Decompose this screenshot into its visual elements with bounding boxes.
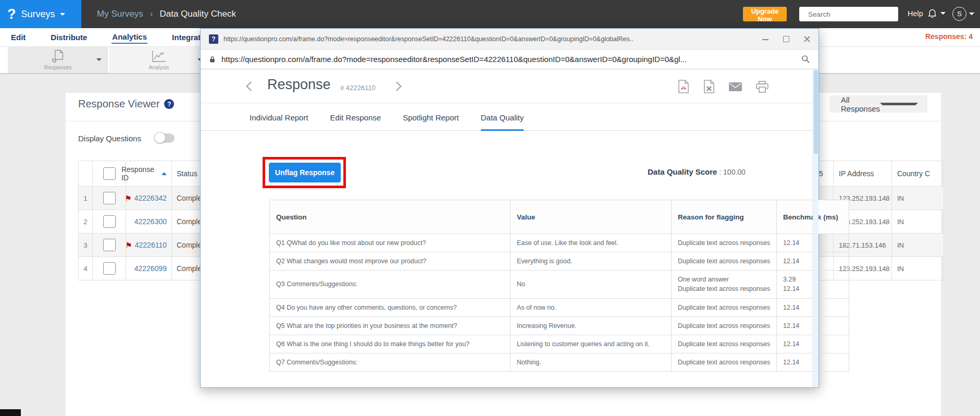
tab-edit[interactable]: Edit [10,31,26,43]
export-pdf-icon[interactable] [678,80,689,93]
chevron-down-icon [940,12,946,15]
dq-header-reason: Reason for flagging [672,200,777,234]
tab-distribute[interactable]: Distribute [50,31,88,43]
print-icon[interactable] [756,81,768,93]
country-cell: IN [892,257,944,280]
dq-reasons: Duplicate text across responses [672,316,777,335]
help-link[interactable]: Help [908,9,923,18]
close-icon[interactable] [804,36,810,42]
country-cell: IN [892,234,944,257]
window-title-url: https://questionpro.com/a/frame.do?mode=… [224,35,752,43]
search-input[interactable] [807,10,901,19]
flag-icon: ⚑ [125,241,132,249]
dq-question: Q3 Comments/Suggestions: [270,271,511,298]
tab-data-quality[interactable]: Data Quality [481,113,524,131]
toolbar-analysis-label: Analysis [148,64,169,70]
row-checkbox-cell [93,187,126,210]
window-titlebar[interactable]: ? https://questionpro.com/a/frame.do?mod… [201,29,818,50]
response-id-link[interactable]: 42226300 [134,217,167,226]
scrollbar-thumb[interactable] [814,70,818,154]
row-checkbox[interactable] [103,215,116,228]
chevron-down-icon [60,13,65,16]
header-status-label: Status [177,169,197,178]
global-search[interactable] [799,7,898,21]
dq-reason-line: Duplicate text across responses [678,256,770,266]
help-tooltip-icon[interactable]: ? [164,99,174,109]
response-tabs: Individual Report Edit Response Spotligh… [201,103,818,131]
response-title: Response [267,77,331,93]
toolbar-analysis[interactable]: Analysis [109,47,209,73]
dq-row: Q6 What is the one thing I should do to … [270,335,849,353]
dq-row: Q4 Do you have any other comments, quest… [270,298,849,316]
next-response-icon[interactable] [392,81,401,91]
header-row-number [78,161,93,187]
questionpro-favicon-icon: ? [209,34,218,44]
dq-reasons: Duplicate text across responses [672,298,777,316]
chevron-down-icon[interactable] [96,58,102,61]
dq-question: Q5 What are the top priorities in your b… [270,316,511,335]
analysis-icon [151,50,167,63]
row-checkbox-cell [93,234,126,257]
dq-row: Q2 What changes would most improve our p… [270,252,849,271]
dq-header-value: Value [511,200,672,234]
response-id-link[interactable]: 42226099 [134,264,167,273]
email-icon[interactable] [729,82,742,91]
row-number: 2 [78,210,93,234]
tab-analytics[interactable]: Analytics [111,31,147,44]
notifications-menu[interactable] [927,8,946,19]
dq-question: Q1 QWhat do you like most about our new … [270,234,511,252]
row-checkbox[interactable] [103,239,116,251]
display-questions-toggle[interactable] [155,133,175,143]
surveys-product-menu[interactable]: ? Surveys [0,0,81,28]
dq-value: Listening to customer queries and acting… [511,335,672,353]
minimize-icon[interactable] [762,36,768,42]
dq-reasons: Duplicate text across responses [672,353,777,371]
response-id-link[interactable]: 42226342 [134,194,167,202]
breadcrumb-separator-icon: › [150,9,153,19]
zoom-icon[interactable] [801,55,810,64]
response-id-cell: 42226099 [126,257,172,280]
row-checkbox[interactable] [103,262,116,275]
country-cell: IN [892,187,944,210]
toolbar-responses-label: Responses [44,64,72,70]
dq-reason-line: Duplicate text across responses [678,321,770,331]
export-excel-icon[interactable] [703,80,715,93]
row-checkbox-cell [93,257,126,280]
dq-row: Q1 QWhat do you like most about our new … [270,234,849,252]
dq-question: Q2 What changes would most improve our p… [270,252,511,271]
responses-filter-dropdown[interactable]: All Responses [829,95,927,113]
maximize-icon[interactable] [783,36,789,42]
header-country-code: Country C [892,161,944,187]
row-number: 3 [78,234,93,257]
row-checkbox[interactable] [103,192,116,204]
dq-reason-line: Duplicate text across responses [678,238,770,248]
chevron-down-icon [880,103,918,105]
select-all-checkbox[interactable] [103,167,116,180]
response-id-link[interactable]: 42226110 [135,241,167,249]
dq-value: Increasing Revenue. [511,316,672,335]
row-checkbox-cell [93,210,126,234]
export-actions [678,80,768,93]
address-bar[interactable]: https://questionpro.com/a/frame.do?mode=… [201,50,818,69]
previous-response-icon[interactable] [246,81,255,91]
data-quality-table: Question Value Reason for flagging Bench… [269,200,849,372]
upgrade-now-button[interactable]: Upgrade Now [743,7,787,21]
tab-individual-report[interactable]: Individual Report [250,113,308,131]
responses-filter-value: All Responses [829,95,880,113]
bell-icon [927,8,938,19]
tab-spotlight-report[interactable]: Spotlight Report [403,113,459,131]
breadcrumb-my-surveys[interactable]: My Surveys [97,9,143,19]
header-response-id[interactable]: Response ID [126,161,172,187]
toggle-knob [154,132,166,143]
dq-reasons: Duplicate text across responses [672,335,777,353]
responses-icon [51,50,65,63]
dq-table-header-row: Question Value Reason for flagging Bench… [270,200,849,234]
toolbar-responses[interactable]: Responses [8,47,108,73]
modal-scrollbar[interactable] [813,69,818,387]
dq-row: Q7 Comments/Suggestions:Nothing.Duplicat… [270,353,849,371]
tab-edit-response[interactable]: Edit Response [330,113,381,131]
dq-value: No [511,271,672,298]
dq-reason-line: Duplicate text across responses [678,358,770,367]
dq-value: Ease of use. Like the look and feel. [511,234,672,252]
account-menu[interactable]: S [952,7,974,21]
